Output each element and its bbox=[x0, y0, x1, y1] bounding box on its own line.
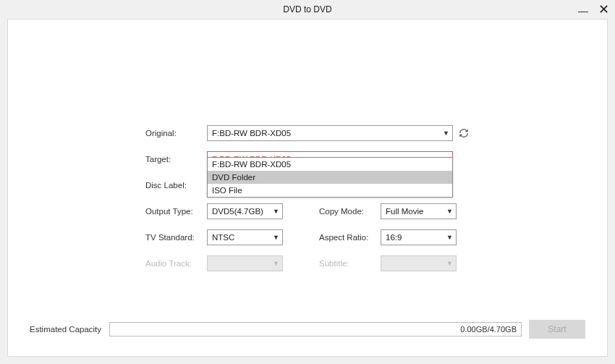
output-type-select[interactable]: DVD5(4.7GB) ▼ bbox=[207, 203, 283, 219]
capacity-text: 0.00GB/4.70GB bbox=[460, 325, 517, 334]
window-title: DVD to DVD bbox=[283, 4, 331, 14]
copy-mode-label: Copy Mode: bbox=[319, 207, 381, 216]
original-select[interactable]: F:BD-RW BDR-XD05 ▼ bbox=[207, 125, 453, 141]
original-select-value: F:BD-RW BDR-XD05 bbox=[212, 129, 291, 137]
capacity-label: Estimated Capacity bbox=[30, 325, 102, 334]
aspect-ratio-select[interactable]: 16:9 ▼ bbox=[381, 229, 457, 245]
disc-label-label: Disc Label: bbox=[145, 181, 207, 190]
aspect-ratio-value: 16:9 bbox=[386, 233, 402, 242]
chevron-down-icon: ▼ bbox=[443, 130, 449, 137]
start-button-label: Start bbox=[548, 324, 566, 334]
start-button[interactable]: Start bbox=[529, 320, 585, 339]
chevron-down-icon: ▼ bbox=[446, 234, 453, 241]
output-type-value: DVD5(4.7GB) bbox=[212, 207, 263, 216]
chevron-down-icon: ▼ bbox=[273, 260, 279, 267]
output-type-label: Output Type: bbox=[145, 207, 207, 216]
tv-standard-select[interactable]: NTSC ▼ bbox=[207, 229, 283, 245]
subtitle-select: ▼ bbox=[381, 255, 457, 271]
client-area: Original: F:BD-RW BDR-XD05 ▼ Target: bbox=[7, 19, 608, 357]
target-option-dvd-folder[interactable]: DVD Folder bbox=[208, 171, 452, 184]
refresh-icon[interactable] bbox=[459, 128, 469, 138]
titlebar: DVD to DVD ✕ bbox=[0, 0, 615, 19]
chevron-down-icon: ▼ bbox=[446, 208, 453, 215]
audio-track-select: ▼ bbox=[207, 255, 283, 271]
chevron-down-icon: ▼ bbox=[273, 234, 279, 241]
target-dropdown[interactable]: F:BD-RW BDR-XD05 DVD Folder ISO File bbox=[207, 157, 453, 198]
copy-mode-value: Full Movie bbox=[386, 207, 423, 216]
target-option-drive[interactable]: F:BD-RW BDR-XD05 bbox=[208, 158, 452, 171]
aspect-ratio-label: Aspect Ratio: bbox=[319, 233, 381, 242]
minimize-button[interactable] bbox=[578, 12, 588, 12]
audio-track-label: Audio Track: bbox=[145, 259, 207, 268]
chevron-down-icon: ▼ bbox=[273, 208, 279, 215]
capacity-progress: 0.00GB/4.70GB bbox=[109, 322, 522, 337]
subtitle-label: Subtitle: bbox=[319, 259, 381, 268]
close-button[interactable]: ✕ bbox=[598, 3, 609, 16]
chevron-down-icon: ▼ bbox=[446, 260, 453, 267]
tv-standard-value: NTSC bbox=[212, 233, 234, 242]
original-label: Original: bbox=[145, 129, 207, 137]
target-label: Target: bbox=[145, 155, 207, 164]
tv-standard-label: TV Standard: bbox=[145, 233, 207, 242]
target-option-iso-file[interactable]: ISO File bbox=[208, 184, 452, 197]
copy-mode-select[interactable]: Full Movie ▼ bbox=[381, 203, 457, 219]
